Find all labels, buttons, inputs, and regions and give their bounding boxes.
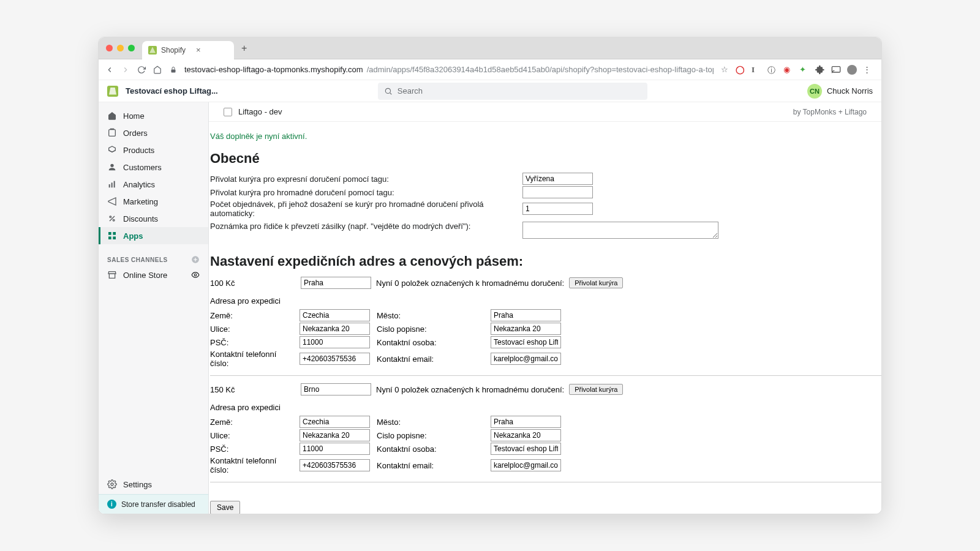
search-input[interactable]: Search <box>378 83 647 100</box>
phone-input[interactable] <box>300 353 370 365</box>
label: Kontaktní email: <box>377 461 487 470</box>
profile-avatar-icon[interactable] <box>847 65 857 75</box>
contact-input[interactable] <box>491 443 561 455</box>
zip-input[interactable] <box>300 443 370 455</box>
label: Ulice: <box>210 324 296 334</box>
sidebar-item-online-store[interactable]: Online Store <box>99 266 208 283</box>
call-courier-button[interactable]: Přivolat kurýra <box>569 277 623 288</box>
section-zones: Nastavení expedičních adres a cenových p… <box>210 253 881 269</box>
phone-input[interactable] <box>300 459 370 471</box>
city-input[interactable] <box>491 309 561 321</box>
sales-channels-label: SALES CHANNELS <box>107 257 168 263</box>
products-icon <box>107 145 117 155</box>
section-general: Obecné <box>210 151 881 167</box>
browser-tab[interactable]: Shopify × <box>142 41 234 59</box>
window-controls <box>106 45 135 51</box>
sidebar-item-marketing[interactable]: Marketing <box>99 193 208 210</box>
store-name[interactable]: Testovací eshop Liftag... <box>126 86 218 96</box>
app-byline: by TopMonks + Liftago <box>793 108 867 116</box>
label: PSČ: <box>210 444 296 454</box>
dispatch-heading: Adresa pro expedici <box>210 403 881 412</box>
sidebar-item-discounts[interactable]: Discounts <box>99 210 208 227</box>
browser-toolbar: testovaci-eshop-liftago-a-topmonks.mysho… <box>99 59 881 80</box>
home-icon[interactable] <box>153 65 162 75</box>
close-tab-icon[interactable]: × <box>196 45 201 54</box>
contact-input[interactable] <box>491 336 561 348</box>
svg-point-5 <box>110 164 113 167</box>
country-input[interactable] <box>300 309 370 321</box>
address-bar[interactable]: testovaci-eshop-liftago-a-topmonks.mysho… <box>184 65 714 74</box>
shopify-favicon-icon <box>148 46 157 54</box>
bulk-tag-input[interactable] <box>522 186 593 198</box>
label: Přivolat kurýra pro expresní doručení po… <box>210 174 522 184</box>
label: Kontaktní email: <box>377 354 487 364</box>
minimize-window-icon[interactable] <box>117 45 124 51</box>
close-window-icon[interactable] <box>106 45 113 51</box>
sidebar-item-settings[interactable]: Settings <box>99 474 208 494</box>
order-count-input[interactable] <box>522 203 593 215</box>
sidebar-item-orders[interactable]: Orders <box>99 124 208 141</box>
shopify-logo-icon <box>107 86 118 97</box>
add-channel-icon[interactable] <box>191 255 200 264</box>
svg-rect-1 <box>832 66 840 72</box>
svg-rect-14 <box>108 236 111 239</box>
sidebar-item-label: Settings <box>123 480 152 489</box>
svg-rect-7 <box>111 182 113 187</box>
forward-icon[interactable] <box>121 65 130 75</box>
app-icon <box>224 108 232 116</box>
sidebar-item-customers[interactable]: Customers <box>99 159 208 176</box>
ext-icon[interactable]: ⓘ <box>767 65 777 75</box>
apps-icon <box>107 231 117 241</box>
country-input[interactable] <box>300 416 370 428</box>
label: Město: <box>377 311 487 320</box>
sidebar-item-apps[interactable]: Apps <box>99 227 208 244</box>
user-menu[interactable]: CN Chuck Norris <box>807 84 873 99</box>
ext-icon[interactable]: ✦ <box>799 65 809 75</box>
street-input[interactable] <box>300 429 370 441</box>
ext-icon[interactable]: I <box>752 65 761 75</box>
ext-icon[interactable]: ◉ <box>783 65 793 75</box>
svg-rect-13 <box>113 232 116 235</box>
app-header: Liftago - dev by TopMonks + Liftago <box>209 102 881 122</box>
discounts-icon <box>107 214 117 223</box>
house-input[interactable] <box>491 323 561 335</box>
store-transfer-banner[interactable]: iStore transfer disabled <box>99 494 208 514</box>
street-input[interactable] <box>300 323 370 335</box>
svg-point-18 <box>111 483 113 485</box>
info-icon: i <box>107 500 116 509</box>
label: Kontaktní osoba: <box>377 338 487 347</box>
status-message: Váš doplněk je nyní aktivní. <box>210 127 881 144</box>
email-input[interactable] <box>491 353 561 365</box>
sidebar-item-label: Online Store <box>123 271 167 280</box>
maximize-window-icon[interactable] <box>128 45 135 51</box>
main-content: Liftago - dev by TopMonks + Liftago Váš … <box>209 102 881 514</box>
call-courier-button[interactable]: Přivolat kurýra <box>569 384 623 395</box>
titlebar: Shopify × + <box>99 37 881 59</box>
extensions-icon[interactable] <box>815 65 825 75</box>
sidebar-item-products[interactable]: Products <box>99 141 208 159</box>
view-store-icon[interactable] <box>191 271 200 279</box>
zone-block: 100 Kč Nyní 0 položek označených k hroma… <box>210 277 881 368</box>
store-icon <box>107 270 117 280</box>
new-tab-icon[interactable]: + <box>241 43 247 54</box>
zone-name-input[interactable] <box>301 277 371 289</box>
city-input[interactable] <box>491 416 561 428</box>
save-button[interactable]: Save <box>210 501 240 514</box>
sidebar-item-home[interactable]: Home <box>99 107 208 124</box>
back-icon[interactable] <box>105 65 115 75</box>
star-icon[interactable]: ☆ <box>720 65 729 75</box>
email-input[interactable] <box>491 459 561 471</box>
house-input[interactable] <box>491 429 561 441</box>
zip-input[interactable] <box>300 336 370 348</box>
ext-icon[interactable]: ◯ <box>736 65 745 75</box>
reload-icon[interactable] <box>137 65 146 75</box>
browser-menu-icon[interactable]: ⋮ <box>863 65 873 75</box>
svg-line-3 <box>390 92 392 94</box>
zone-name-input[interactable] <box>301 383 371 395</box>
sidebar-item-analytics[interactable]: Analytics <box>99 176 208 193</box>
cast-icon[interactable] <box>831 65 841 75</box>
express-tag-input[interactable] <box>522 173 593 185</box>
dispatch-heading: Adresa pro expedici <box>210 296 881 305</box>
driver-note-input[interactable] <box>522 222 718 239</box>
sidebar-item-label: Products <box>123 146 154 155</box>
